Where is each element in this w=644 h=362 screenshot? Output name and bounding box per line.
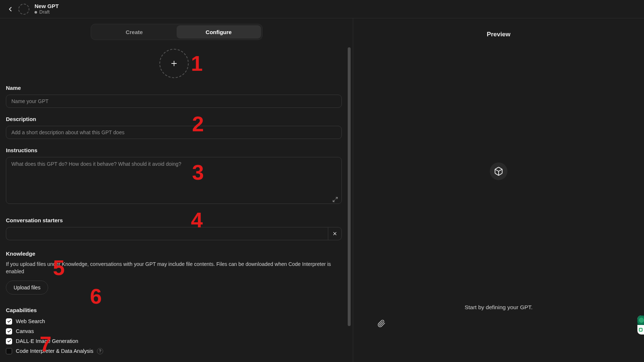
preview-title: Preview <box>487 31 510 38</box>
status-dot-icon <box>35 11 37 14</box>
checkbox-dalle[interactable] <box>6 338 12 344</box>
starter-delete-button[interactable] <box>328 227 342 240</box>
image-upload-button[interactable] <box>159 49 189 78</box>
scrollbar[interactable] <box>348 47 351 348</box>
instructions-label: Instructions <box>6 147 342 153</box>
preview-body <box>353 38 644 304</box>
status-row: Draft <box>35 10 59 15</box>
widget-logo-icon <box>637 315 644 325</box>
capabilities-label: Capabilities <box>6 307 342 313</box>
capability-canvas: Canvas <box>6 328 342 334</box>
scrollbar-thumb[interactable] <box>348 47 351 326</box>
checkbox-web-search[interactable] <box>6 318 12 325</box>
tab-configure[interactable]: Configure <box>177 25 261 39</box>
page-title: New GPT <box>35 3 59 9</box>
plus-icon <box>170 59 178 67</box>
svg-line-3 <box>333 200 335 202</box>
top-bar: New GPT Draft <box>0 0 644 18</box>
paperclip-icon <box>377 319 386 328</box>
capability-label: Code Interpreter & Data Analysis <box>16 348 93 354</box>
capabilities-list: Web Search Canvas DALL·E Image Generatio… <box>6 318 342 354</box>
cube-icon <box>494 167 503 176</box>
knowledge-help-text: If you upload files under Knowledge, con… <box>6 260 342 275</box>
starter-input[interactable] <box>6 227 328 240</box>
name-label: Name <box>6 85 342 91</box>
preview-footer: Start by defining your GPT. <box>353 304 644 362</box>
help-icon[interactable]: ? <box>97 348 103 354</box>
capability-label: Web Search <box>16 318 45 324</box>
instructions-input[interactable] <box>6 157 342 204</box>
composer-row <box>377 319 620 329</box>
floating-widget[interactable] <box>637 315 644 334</box>
tab-switcher: Create Configure <box>91 24 263 40</box>
gpt-avatar-placeholder <box>18 4 29 15</box>
starter-row <box>6 227 342 240</box>
status-text: Draft <box>39 10 50 15</box>
title-block: New GPT Draft <box>35 3 59 15</box>
checkbox-code-interpreter[interactable] <box>6 348 12 354</box>
capability-dalle: DALL·E Image Generation <box>6 338 342 344</box>
capability-label: DALL·E Image Generation <box>16 338 78 344</box>
capability-code-interpreter: Code Interpreter & Data Analysis ? <box>6 348 342 354</box>
description-label: Description <box>6 116 342 122</box>
starters-label: Conversation starters <box>6 217 342 223</box>
preview-pane: Preview Start by defining your GPT. <box>353 18 644 362</box>
chevron-left-icon <box>7 6 14 13</box>
knowledge-label: Knowledge <box>6 251 342 257</box>
configure-pane: Create Configure Name Description Instru… <box>0 18 353 362</box>
description-input[interactable] <box>6 126 342 139</box>
widget-secondary-icon <box>637 325 644 334</box>
upload-files-button[interactable]: Upload files <box>6 281 48 295</box>
preview-placeholder-icon <box>490 162 507 180</box>
attach-button[interactable] <box>377 319 386 329</box>
name-input[interactable] <box>6 95 342 108</box>
checkbox-canvas[interactable] <box>6 328 12 334</box>
capability-web-search: Web Search <box>6 318 342 325</box>
svg-line-2 <box>336 197 337 199</box>
form-column: Name Description Instructions Conversati… <box>6 45 342 362</box>
capability-label: Canvas <box>16 328 34 334</box>
close-icon <box>332 231 337 236</box>
expand-icon[interactable] <box>332 197 338 202</box>
tab-create[interactable]: Create <box>92 25 177 39</box>
form-scroll-area: Name Description Instructions Conversati… <box>0 40 353 362</box>
preview-hint: Start by defining your GPT. <box>464 304 532 311</box>
main-layout: Create Configure Name Description Instru… <box>0 18 644 362</box>
back-button[interactable] <box>5 4 15 14</box>
